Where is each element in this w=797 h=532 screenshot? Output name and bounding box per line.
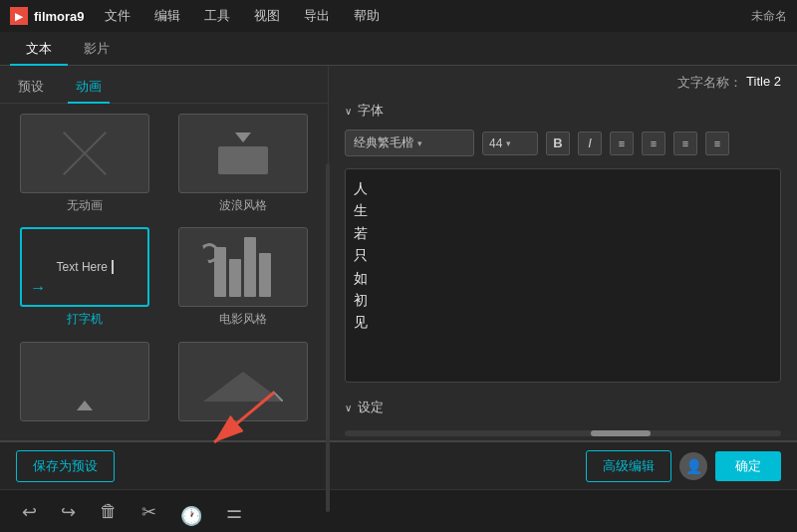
title-name-value: Title 2 [746, 74, 781, 92]
format-align-justify-button[interactable]: ≡ [705, 132, 729, 155]
text-line-2: 生 [354, 199, 772, 221]
film-bar-2 [229, 259, 241, 297]
cross-lines-icon [60, 129, 110, 178]
tab-text[interactable]: 文本 [10, 34, 68, 66]
anim-thumb-no-anim [20, 114, 149, 193]
anim-film[interactable]: 电影风格 [168, 227, 319, 333]
clock-button[interactable]: 🕐 [178, 504, 204, 528]
menu-tools[interactable]: 工具 [200, 5, 234, 27]
toolbar: ↩ ↪ 🗑 ✂ 🕐 ⚌ [0, 489, 797, 532]
font-name-select[interactable]: 经典繁毛楷 ▾ [345, 130, 474, 156]
logo-area: ▶ filmora9 [10, 7, 85, 25]
tab-video[interactable]: 影片 [68, 34, 126, 66]
content-area: 预设 动画 无动画 波浪风格 [0, 66, 797, 440]
animation-grid: 无动画 波浪风格 Text Here → 打字机 [0, 104, 328, 440]
film-bars-icon [214, 237, 271, 297]
format-align-left-button[interactable]: ≡ [610, 132, 634, 155]
subtab-animation[interactable]: 动画 [68, 74, 110, 104]
settings-chevron-icon: ∨ [345, 402, 352, 413]
font-chevron-icon: ∨ [345, 106, 352, 117]
menu-file[interactable]: 文件 [101, 5, 134, 27]
settings-section-header[interactable]: ∨ 设定 [345, 393, 781, 422]
text-line-7: 见 [354, 311, 772, 333]
right-panel: 文字名称： Title 2 ∨ 字体 经典繁毛楷 ▾ 44 ▾ B I ≡ ≡ … [329, 66, 797, 440]
film-bar-3 [244, 237, 256, 297]
advanced-edit-button[interactable]: 高级编辑 [586, 450, 671, 482]
film-bar-4 [259, 253, 271, 297]
app-name: filmora9 [34, 9, 85, 24]
save-preset-button[interactable]: 保存为预设 [16, 450, 115, 482]
anim-wave[interactable]: 波浪风格 [168, 114, 319, 219]
menu-help[interactable]: 帮助 [350, 5, 384, 27]
anim-label-film: 电影风格 [219, 311, 267, 328]
bottom-arrow-up-icon [77, 400, 93, 410]
anim-thumb-typewriter: Text Here → [20, 227, 149, 307]
menu-edit[interactable]: 编辑 [150, 5, 184, 27]
anim-no-anim[interactable]: 无动画 [10, 114, 160, 219]
window-title: 未命名 [751, 8, 787, 25]
wave-rect-icon [218, 146, 268, 174]
anim-thumb-wave [178, 114, 308, 193]
text-line-3: 若 [354, 222, 772, 244]
typewriter-text-preview: Text Here [57, 260, 114, 274]
cut-button[interactable]: ✂ [139, 499, 158, 525]
text-line-1: 人 [354, 177, 772, 199]
equalizer-button[interactable]: ⚌ [224, 499, 244, 525]
anim-thumb-bottom2 [178, 342, 308, 421]
settings-scrollbar-thumb [591, 430, 651, 436]
typewriter-arrow-icon: → [30, 279, 46, 297]
main-tabs: 文本 影片 [0, 32, 797, 66]
anim-thumb-bottom1 [20, 342, 149, 421]
anim-bottom2[interactable] [168, 342, 319, 430]
font-name-value: 经典繁毛楷 [354, 134, 413, 151]
font-section-label: 字体 [358, 102, 384, 120]
settings-section: ∨ 设定 [329, 387, 797, 440]
format-bold-button[interactable]: B [546, 132, 570, 155]
redo-button[interactable]: ↪ [59, 499, 78, 525]
subtab-preset[interactable]: 预设 [10, 74, 52, 104]
cursor-bar-icon [112, 260, 114, 274]
delete-button[interactable]: 🗑 [98, 499, 120, 524]
anim-label-typewriter: 打字机 [67, 311, 103, 328]
right-buttons-group: 高级编辑 👤 确定 [586, 450, 781, 482]
font-size-chevron-icon: ▾ [506, 138, 511, 148]
bottom-bar: 保存为预设 高级编辑 👤 确定 [0, 441, 797, 489]
text-line-6: 初 [354, 289, 772, 311]
text-content-area[interactable]: 人 生 若 只 如 初 见 [345, 168, 781, 383]
titlebar: ▶ filmora9 文件 编辑 工具 视图 导出 帮助 未命名 [0, 0, 797, 32]
clock-button-container: 🕐 [178, 505, 204, 519]
menu-view[interactable]: 视图 [250, 5, 284, 27]
font-section-header[interactable]: ∨ 字体 [329, 96, 797, 126]
bottom2-svg [203, 362, 283, 401]
menu-export[interactable]: 导出 [300, 5, 334, 27]
text-line-4: 只 [354, 244, 772, 266]
settings-scrollbar[interactable] [345, 430, 781, 436]
sub-tabs: 预设 动画 [0, 66, 328, 104]
anim-thumb-film [178, 227, 308, 307]
typewriter-text: Text Here [57, 260, 108, 274]
undo-button[interactable]: ↩ [20, 499, 39, 525]
title-name-label: 文字名称： [677, 74, 742, 92]
confirm-button[interactable]: 确定 [715, 451, 781, 481]
font-controls: 经典繁毛楷 ▾ 44 ▾ B I ≡ ≡ ≡ ≡ [329, 126, 797, 164]
left-panel: 预设 动画 无动画 波浪风格 [0, 66, 329, 440]
format-italic-button[interactable]: I [578, 132, 602, 155]
wave-arrow-icon [235, 133, 251, 142]
format-align-right-button[interactable]: ≡ [673, 132, 697, 155]
title-name-row: 文字名称： Title 2 [329, 66, 797, 96]
font-size-select[interactable]: 44 ▾ [482, 132, 538, 155]
font-size-value: 44 [489, 136, 502, 150]
logo-icon: ▶ [10, 7, 28, 25]
anim-label-no-anim: 无动画 [67, 197, 103, 214]
anim-bottom1[interactable] [10, 342, 160, 430]
format-align-center-button[interactable]: ≡ [642, 132, 665, 155]
scroll-divider [326, 163, 330, 512]
user-avatar-icon: 👤 [679, 452, 707, 480]
settings-section-label: 设定 [358, 399, 384, 416]
text-line-5: 如 [354, 267, 772, 289]
font-name-chevron-icon: ▾ [417, 138, 422, 148]
anim-typewriter[interactable]: Text Here → 打字机 [10, 227, 160, 333]
anim-label-wave: 波浪风格 [219, 197, 267, 214]
svg-marker-0 [203, 372, 283, 401]
